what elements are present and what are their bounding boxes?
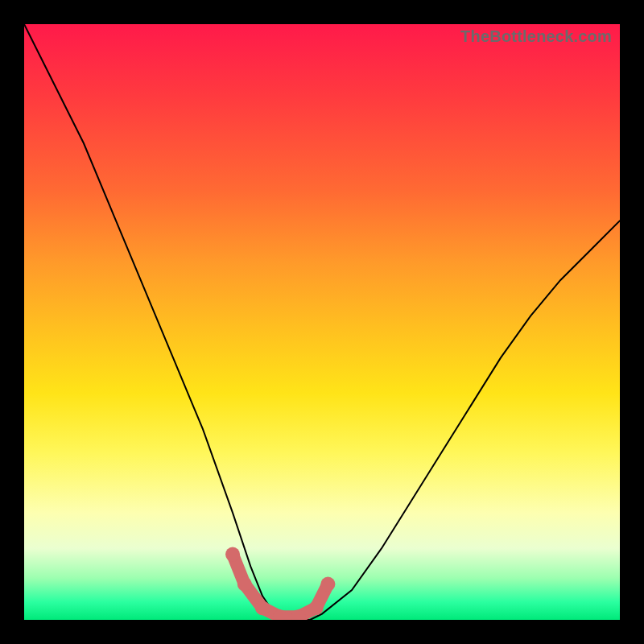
svg-point-2 xyxy=(255,601,270,615)
bottleneck-curve xyxy=(24,24,620,620)
svg-point-6 xyxy=(320,577,335,592)
svg-point-0 xyxy=(225,547,240,562)
chart-container: TheBottleneck.com xyxy=(0,0,644,644)
svg-point-1 xyxy=(237,577,252,592)
svg-point-5 xyxy=(309,601,324,615)
trough-markers xyxy=(225,547,335,620)
curve-line xyxy=(24,24,620,620)
plot-area: TheBottleneck.com xyxy=(24,24,620,620)
